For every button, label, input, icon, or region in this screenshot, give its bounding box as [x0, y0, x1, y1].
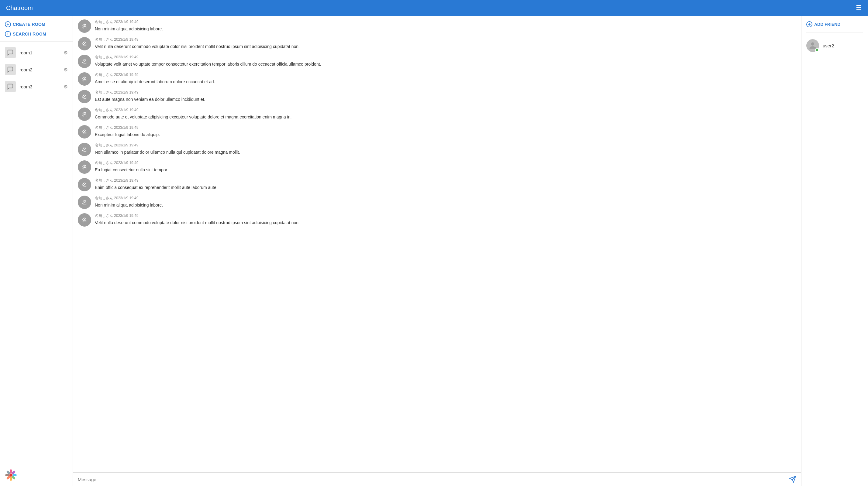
message-content: 名無しさん 2023/1/9 19:49 Est aute magna non … [95, 90, 796, 103]
message-content: 名無しさん 2023/1/9 19:49 Non minim aliqua ad… [95, 196, 796, 208]
message-item: 名 名無しさん 2023/1/9 19:49 Commodo aute et v… [78, 107, 796, 121]
main-layout: + CREATE ROOM + SEARCH ROOM room1 ⚙ room… [0, 16, 868, 486]
avatar: 名 [78, 37, 91, 51]
message-meta: 名無しさん 2023/1/9 19:49 [95, 196, 796, 201]
search-room-label: SEARCH ROOM [13, 32, 46, 36]
svg-point-9 [9, 474, 12, 477]
right-sidebar: + ADD FRIEND user2 [801, 16, 868, 486]
message-content: 名無しさん 2023/1/9 19:49 Velit nulla deserun… [95, 213, 796, 226]
search-room-plus-icon: + [5, 31, 11, 37]
sidebar: + CREATE ROOM + SEARCH ROOM room1 ⚙ room… [0, 16, 73, 486]
message-meta: 名無しさん 2023/1/9 19:49 [95, 20, 796, 25]
create-room-button[interactable]: + CREATE ROOM [5, 20, 68, 29]
message-text: Non minim aliqua adipisicing labore. [95, 202, 796, 208]
message-text: Est aute magna non veniam ea dolor ullam… [95, 96, 796, 103]
avatar: 名 [78, 90, 91, 103]
message-item: 名 名無しさん 2023/1/9 19:49 Non minim aliqua … [78, 196, 796, 209]
message-meta: 名無しさん 2023/1/9 19:49 [95, 90, 796, 95]
room-icon [5, 47, 16, 58]
avatar: 名 [78, 196, 91, 209]
add-friend-plus-icon: + [806, 21, 812, 27]
add-friend-button[interactable]: + ADD FRIEND [806, 20, 863, 33]
avatar: 名 [78, 213, 91, 227]
message-meta: 名無しさん 2023/1/9 19:49 [95, 213, 796, 218]
room-name: room1 [20, 50, 60, 55]
message-content: 名無しさん 2023/1/9 19:49 Amet esse et aliqui… [95, 72, 796, 85]
app-title: Chatroom [6, 5, 33, 11]
message-item: 名 名無しさん 2023/1/9 19:49 Amet esse et aliq… [78, 72, 796, 86]
message-meta: 名無しさん 2023/1/9 19:49 [95, 72, 796, 77]
message-content: 名無しさん 2023/1/9 19:49 Voluptate velit ame… [95, 55, 796, 67]
room-item-room3[interactable]: room3 ⚙ [0, 78, 73, 95]
message-item: 名 名無しさん 2023/1/9 19:49 Est aute magna no… [78, 90, 796, 103]
message-meta: 名無しさん 2023/1/9 19:49 [95, 125, 796, 130]
message-item: 名 名無しさん 2023/1/9 19:49 Non ullamco in pa… [78, 143, 796, 156]
message-text: Voluptate velit amet voluptate tempor co… [95, 61, 796, 67]
svg-point-5 [10, 477, 12, 481]
avatar: 名 [78, 72, 91, 86]
avatar: 名 [78, 160, 91, 174]
create-room-label: CREATE ROOM [13, 22, 45, 27]
friend-item-user2: user2 [806, 37, 863, 54]
message-meta: 名無しさん 2023/1/9 19:49 [95, 107, 796, 113]
message-text: Amet esse et aliquip id deserunt laborum… [95, 79, 796, 85]
message-meta: 名無しさん 2023/1/9 19:49 [95, 178, 796, 183]
avatar: 名 [78, 125, 91, 138]
add-friend-label: ADD FRIEND [814, 22, 840, 27]
send-icon [789, 476, 796, 483]
message-text: Excepteur fugiat laboris do aliquip. [95, 132, 796, 138]
room-icon [5, 81, 16, 92]
room-gear-icon[interactable]: ⚙ [64, 67, 68, 73]
message-content: 名無しさん 2023/1/9 19:49 Non minim aliqua ad… [95, 20, 796, 32]
avatar: 名 [78, 55, 91, 68]
message-content: 名無しさん 2023/1/9 19:49 Non ullamco in pari… [95, 143, 796, 156]
message-meta: 名無しさん 2023/1/9 19:49 [95, 160, 796, 166]
room-name: room3 [20, 84, 60, 89]
message-text: Commodo aute et voluptate adipisicing ex… [95, 114, 796, 120]
sidebar-actions: + CREATE ROOM + SEARCH ROOM [0, 16, 73, 42]
message-text: Non minim aliqua adipisicing labore. [95, 26, 796, 32]
room-gear-icon[interactable]: ⚙ [64, 50, 68, 56]
avatar: 名 [78, 178, 91, 191]
message-input-area [73, 472, 801, 486]
message-text: Velit nulla deserunt commodo voluptate d… [95, 43, 796, 50]
room-gear-icon[interactable]: ⚙ [64, 84, 68, 90]
svg-point-1 [10, 469, 12, 474]
header: Chatroom ☰ [0, 0, 868, 16]
message-item: 名 名無しさん 2023/1/9 19:49 Velit nulla deser… [78, 213, 796, 227]
avatar: 名 [78, 107, 91, 121]
message-item: 名 名無しさん 2023/1/9 19:49 Excepteur fugiat … [78, 125, 796, 138]
room-name: room2 [20, 67, 60, 72]
message-item: 名 名無しさん 2023/1/9 19:49 Non minim aliqua … [78, 20, 796, 33]
message-content: 名無しさん 2023/1/9 19:49 Excepteur fugiat la… [95, 125, 796, 138]
message-content: 名無しさん 2023/1/9 19:49 Enim officia conseq… [95, 178, 796, 191]
message-text: Non ullamco in pariatur dolor ullamco nu… [95, 149, 796, 156]
avatar: 名 [78, 20, 91, 33]
chat-area: 名 名無しさん 2023/1/9 19:49 Non minim aliqua … [73, 16, 801, 486]
message-input[interactable] [78, 477, 786, 482]
message-content: 名無しさん 2023/1/9 19:49 Commodo aute et vol… [95, 107, 796, 120]
avatar: 名 [78, 143, 91, 156]
message-meta: 名無しさん 2023/1/9 19:49 [95, 143, 796, 148]
message-item: 名 名無しさん 2023/1/9 19:49 Eu fugiat consect… [78, 160, 796, 174]
friend-name: user2 [823, 43, 834, 48]
room-item-room2[interactable]: room2 ⚙ [0, 61, 73, 78]
search-room-button[interactable]: + SEARCH ROOM [5, 29, 68, 39]
message-content: 名無しさん 2023/1/9 19:49 Velit nulla deserun… [95, 37, 796, 50]
friend-avatar-wrap [806, 39, 819, 52]
create-room-plus-icon: + [5, 21, 11, 27]
message-text: Eu fugiat consectetur nulla sint tempor. [95, 167, 796, 173]
send-button[interactable] [789, 476, 796, 483]
hamburger-icon[interactable]: ☰ [856, 4, 862, 12]
room-list: room1 ⚙ room2 ⚙ room3 ⚙ [0, 42, 73, 465]
sidebar-bottom [0, 465, 73, 486]
room-item-room1[interactable]: room1 ⚙ [0, 44, 73, 61]
message-item: 名 名無しさん 2023/1/9 19:49 Velit nulla deser… [78, 37, 796, 51]
room-icon [5, 64, 16, 75]
messages-container: 名 名無しさん 2023/1/9 19:49 Non minim aliqua … [73, 16, 801, 472]
message-text: Velit nulla deserunt commodo voluptate d… [95, 220, 796, 226]
message-meta: 名無しさん 2023/1/9 19:49 [95, 55, 796, 60]
flower-logo[interactable] [5, 469, 17, 481]
message-item: 名 名無しさん 2023/1/9 19:49 Voluptate velit a… [78, 55, 796, 68]
friends-list: user2 [806, 37, 863, 54]
